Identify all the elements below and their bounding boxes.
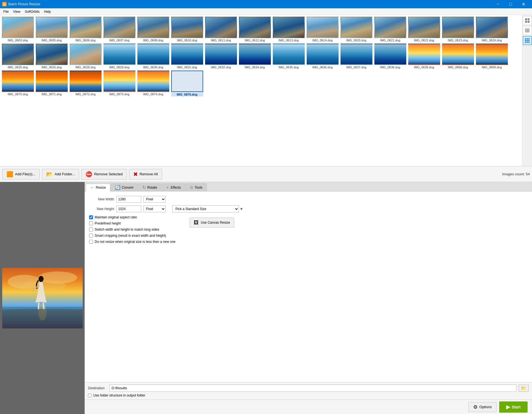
tab-tools[interactable]: ⚙ Tools xyxy=(186,183,207,191)
tab-resize[interactable]: ↔ Resize xyxy=(86,184,110,191)
list-item[interactable]: IMG_0870.dng xyxy=(1,70,34,97)
list-item[interactable]: IMG_0869.dng xyxy=(475,43,508,69)
thumbnail[interactable] xyxy=(307,44,339,65)
thumbnail[interactable] xyxy=(239,44,271,65)
predefined-height-checkbox[interactable] xyxy=(89,221,93,225)
list-item[interactable]: IMG_0875.dng xyxy=(170,70,204,97)
thumbnail[interactable] xyxy=(171,17,203,38)
list-item[interactable]: IMG_0625.dng xyxy=(1,43,34,69)
list-item[interactable]: IMG_0610.dng xyxy=(170,16,204,43)
list-item[interactable]: IMG_0626.dng xyxy=(35,43,68,69)
thumbnail[interactable] xyxy=(36,71,68,92)
menu-softorbits[interactable]: SoftOrbits xyxy=(22,9,42,14)
folder-structure-checkbox[interactable] xyxy=(88,394,92,397)
thumbnail[interactable] xyxy=(70,71,102,92)
list-item[interactable]: IMG_0638.dng xyxy=(374,43,407,69)
thumbnail[interactable] xyxy=(2,71,34,92)
menu-file[interactable]: File xyxy=(1,9,11,14)
thumbnail[interactable] xyxy=(104,71,135,92)
list-item[interactable]: IMG_0603.dng xyxy=(1,16,34,43)
thumbnail[interactable] xyxy=(2,44,34,65)
canvas-resize-button[interactable]: 🖼 Use Canvas Resize xyxy=(190,218,234,228)
list-item[interactable]: IMG_0606.dng xyxy=(69,16,102,43)
thumbnail[interactable] xyxy=(307,17,339,38)
thumbnail[interactable] xyxy=(70,44,102,65)
thumbnail[interactable] xyxy=(374,44,406,65)
list-item[interactable]: IMG_0872.dng xyxy=(69,70,102,97)
list-item[interactable]: IMG_0637.dng xyxy=(340,43,373,69)
thumbnail[interactable] xyxy=(70,17,102,38)
list-item[interactable]: IMG_0635.dng xyxy=(272,43,305,69)
tab-rotate[interactable]: ↻ Rotate xyxy=(138,183,161,191)
list-item[interactable]: IMG_0605.dng xyxy=(35,16,68,43)
list-item[interactable]: IMG_0629.dng xyxy=(103,43,136,69)
thumbnail[interactable] xyxy=(476,17,508,38)
list-item[interactable]: IMG_0873.dng xyxy=(103,70,136,97)
smart-crop-checkbox[interactable] xyxy=(89,234,93,238)
thumbnail[interactable] xyxy=(239,17,271,38)
list-item[interactable]: IMG_0623.dng xyxy=(441,16,475,43)
list-item[interactable]: IMG_0636.dng xyxy=(306,43,339,69)
list-item[interactable]: IMG_0624.dng xyxy=(475,16,508,43)
thumbnail[interactable] xyxy=(36,17,68,38)
thumbnail[interactable] xyxy=(137,17,169,38)
thumbnail[interactable] xyxy=(476,44,508,65)
height-unit-select[interactable]: Pixel Percent cm mm inch xyxy=(143,206,166,212)
thumbnail[interactable] xyxy=(2,17,34,38)
thumbnail[interactable] xyxy=(137,71,169,92)
tab-convert[interactable]: 🔄 Convert xyxy=(111,183,138,191)
thumbnail[interactable] xyxy=(36,44,68,65)
add-files-button[interactable]: 🟧 Add File(s)... xyxy=(2,169,40,179)
switch-wh-checkbox[interactable] xyxy=(89,228,93,231)
list-item[interactable]: IMG_0868.dng xyxy=(441,43,475,69)
options-button[interactable]: ⚙ Options xyxy=(468,402,496,412)
thumbnail[interactable] xyxy=(205,17,237,38)
tab-effects[interactable]: ✦ Effects xyxy=(162,183,185,191)
small-thumbnail-view-button[interactable] xyxy=(523,36,532,45)
add-folder-button[interactable]: 📂 Add Folder... xyxy=(42,169,79,179)
thumbnail[interactable] xyxy=(442,44,474,65)
list-item[interactable]: IMG_0607.dng xyxy=(103,16,136,43)
thumbnail[interactable] xyxy=(171,71,203,92)
list-item[interactable]: IMG_0613.dng xyxy=(272,16,305,43)
list-item[interactable]: IMG_0614.dng xyxy=(306,16,339,43)
maximize-button[interactable]: □ xyxy=(504,0,517,8)
list-item[interactable]: IMG_0628.dng xyxy=(69,43,102,69)
remove-selected-button[interactable]: ⛔ Remove Selected xyxy=(81,169,127,179)
no-upscale-checkbox[interactable] xyxy=(89,240,93,244)
thumbnail[interactable] xyxy=(341,44,372,65)
thumbnail[interactable] xyxy=(104,44,135,65)
width-unit-select[interactable]: Pixel Percent cm mm inch xyxy=(143,196,166,203)
start-button[interactable]: ▶ Start xyxy=(499,401,528,413)
thumbnail[interactable] xyxy=(273,17,305,38)
list-item[interactable]: IMG_0622.dng xyxy=(407,16,441,43)
image-grid[interactable]: IMG_0603.dng IMG_0605.dng IMG_0606.dng I… xyxy=(0,15,522,166)
thumbnail[interactable] xyxy=(408,17,440,38)
maintain-aspect-checkbox[interactable] xyxy=(89,215,93,219)
thumbnail[interactable] xyxy=(374,17,406,38)
list-view-button[interactable] xyxy=(523,26,532,35)
menu-view[interactable]: View xyxy=(11,9,22,14)
new-height-input[interactable] xyxy=(116,206,141,212)
list-item[interactable]: IMG_0631.dng xyxy=(170,43,204,69)
list-item[interactable]: IMG_0612.dng xyxy=(238,16,271,43)
list-item[interactable]: IMG_0871.dng xyxy=(35,70,68,97)
thumbnail[interactable] xyxy=(273,44,305,65)
destination-input[interactable] xyxy=(110,385,516,392)
thumbnail[interactable] xyxy=(137,44,169,65)
thumbnail[interactable] xyxy=(104,17,135,38)
thumbnail[interactable] xyxy=(408,44,440,65)
standard-size-select[interactable]: Pick a Standard Size xyxy=(172,205,239,213)
close-button[interactable]: ✕ xyxy=(517,0,530,8)
list-item[interactable]: IMG_0632.dng xyxy=(204,43,238,69)
thumbnail[interactable] xyxy=(205,44,237,65)
list-item[interactable]: IMG_0634.dng xyxy=(238,43,271,69)
list-item[interactable]: IMG_0874.dng xyxy=(137,70,170,97)
list-item[interactable]: IMG_0621.dng xyxy=(374,16,407,43)
large-thumbnail-view-button[interactable] xyxy=(523,16,532,25)
list-item[interactable]: IMG_0611.dng xyxy=(204,16,238,43)
minimize-button[interactable]: − xyxy=(491,0,504,8)
thumbnail[interactable] xyxy=(341,17,372,38)
list-item[interactable]: IMG_0608.dng xyxy=(137,16,170,43)
destination-browse-button[interactable]: 📁 xyxy=(519,385,529,392)
